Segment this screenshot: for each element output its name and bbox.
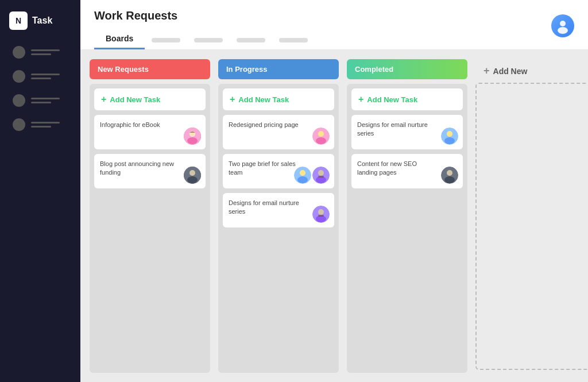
column-header-in-progress: In Progress (218, 59, 339, 79)
svg-point-25 (444, 137, 455, 144)
avatar (312, 167, 330, 184)
nav-lines (31, 122, 60, 128)
column-body-completed: + Add New Task Designs for email nurture… (347, 84, 467, 373)
column-header-completed: Completed (347, 59, 467, 79)
sidebar-item-2[interactable] (7, 65, 74, 87)
plus-icon: + (101, 94, 106, 105)
logo-icon: N (9, 11, 28, 30)
nav-dot-icon (13, 46, 25, 59)
header-left: Work Requests Boards (94, 9, 315, 49)
add-task-label: Add New Task (367, 95, 417, 104)
svg-rect-18 (318, 176, 324, 178)
board-area: New Requests + Add New Task Infographic … (80, 50, 588, 382)
logo-text: Task (32, 16, 52, 26)
nav-line (31, 78, 51, 79)
task-card[interactable]: Content for new SEO landing pages (351, 154, 463, 188)
add-task-button-new-requests[interactable]: + Add New Task (94, 88, 206, 110)
nav-line (31, 126, 51, 128)
header-tabs: Boards (94, 29, 315, 49)
plus-icon: + (230, 94, 235, 105)
avatar (184, 128, 201, 145)
column-body-in-progress: + Add New Task Redesigned pricing page (218, 84, 339, 373)
sidebar-item-3[interactable] (7, 90, 74, 111)
column-new-requests: New Requests + Add New Task Infographic … (90, 59, 210, 373)
nav-line (31, 74, 60, 75)
svg-point-24 (447, 131, 452, 137)
avatar (441, 167, 458, 184)
plus-icon: + (483, 65, 490, 77)
add-new-label: Add New (493, 67, 528, 76)
avatar (184, 167, 201, 184)
svg-point-16 (318, 170, 324, 176)
task-card[interactable]: Infographic for eBook (94, 115, 206, 149)
app-logo: N Task (0, 7, 80, 41)
column-completed: Completed + Add New Task Designs for ema… (347, 59, 467, 373)
header: Work Requests Boards (80, 0, 588, 50)
user-avatar[interactable] (551, 14, 574, 37)
svg-point-11 (316, 137, 326, 144)
add-task-label: Add New Task (238, 95, 289, 104)
task-text: Infographic for eBook (100, 121, 200, 129)
plus-icon: + (358, 94, 363, 105)
nav-line (31, 102, 51, 103)
svg-point-4 (187, 137, 198, 144)
sidebar-nav (0, 41, 80, 136)
svg-point-0 (560, 21, 566, 26)
main-content: Work Requests Boards New Requests + (80, 0, 588, 382)
nav-dot-icon (13, 94, 25, 107)
avatar (294, 167, 311, 184)
avatar (312, 128, 330, 145)
tab-pill-4 (279, 38, 308, 43)
svg-point-28 (444, 176, 455, 183)
nav-line (31, 122, 60, 124)
nav-line (31, 49, 60, 51)
svg-point-7 (189, 170, 195, 176)
task-card[interactable]: Redesigned pricing page (223, 115, 334, 149)
task-text: Redesigned pricing page (229, 121, 328, 129)
nav-lines (31, 49, 60, 55)
add-task-button-in-progress[interactable]: + Add New Task (223, 88, 334, 110)
svg-point-27 (447, 170, 452, 176)
nav-dot-icon (13, 70, 25, 83)
column-body-new-requests: + Add New Task Infographic for eBook (90, 84, 210, 373)
avatar (441, 128, 458, 145)
svg-point-14 (297, 176, 308, 183)
tab-pill-3 (237, 38, 265, 43)
svg-point-13 (300, 170, 305, 176)
nav-line (31, 53, 51, 55)
tab-boards[interactable]: Boards (94, 29, 145, 49)
sidebar-item-1[interactable] (7, 41, 74, 63)
add-task-button-completed[interactable]: + Add New Task (351, 88, 463, 110)
task-card[interactable]: Designs for email nurture series (223, 193, 334, 227)
svg-point-1 (558, 27, 568, 34)
tab-pill-1 (152, 38, 180, 43)
sidebar-item-4[interactable] (7, 114, 74, 136)
nav-line (31, 98, 60, 99)
add-task-label: Add New Task (110, 95, 160, 104)
sidebar: N Task (0, 0, 80, 382)
add-new-button[interactable]: + Add New (475, 59, 588, 83)
task-card[interactable]: Two page brief for sales team (223, 154, 334, 188)
column-in-progress: In Progress + Add New Task Redesigned pr… (218, 59, 339, 373)
svg-point-8 (187, 176, 198, 183)
task-card[interactable]: Designs for email nurture series (351, 115, 463, 149)
nav-dot-icon (13, 118, 25, 131)
svg-point-10 (318, 131, 324, 137)
nav-lines (31, 98, 60, 103)
nav-lines (31, 74, 60, 79)
add-new-body (475, 83, 588, 370)
avatar (312, 206, 330, 223)
column-add-new: + Add New (475, 59, 588, 373)
svg-rect-22 (318, 215, 324, 217)
tab-pill-2 (194, 38, 223, 43)
svg-point-20 (318, 209, 324, 215)
task-card[interactable]: Blog post announcing new funding (94, 154, 206, 188)
page-title: Work Requests (94, 9, 315, 22)
column-header-new-requests: New Requests (90, 59, 210, 79)
